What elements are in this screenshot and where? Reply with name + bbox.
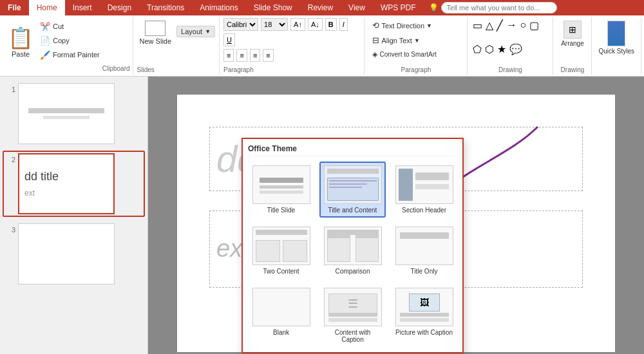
clipboard-group-label: Clipboard — [102, 64, 130, 72]
slide-number: 2 — [5, 156, 15, 163]
slide-thumbnail[interactable]: dd title ext — [18, 153, 115, 214]
popup-resize-handle[interactable] — [456, 346, 462, 352]
tab-file[interactable]: File — [0, 0, 29, 15]
tab-wpspdf[interactable]: WPS PDF — [373, 0, 424, 15]
font-selector[interactable]: Calibri — [223, 18, 258, 31]
layout-item-comparison[interactable]: Comparison — [319, 223, 386, 279]
copy-icon: 📄 — [40, 36, 50, 46]
format-painter-button[interactable]: 🖌️ Format Painter — [37, 48, 102, 62]
arrange-group-label: Drawing — [561, 65, 585, 73]
layout-item-title-only[interactable]: Title Only — [391, 223, 457, 279]
layout-popup-title: Office Theme — [248, 144, 457, 156]
smartart-icon: ◈ — [372, 50, 377, 59]
clipboard-group: 📋 Paste ✂️ Cut 📄 Copy 🖌️ Format Painter — [3, 17, 133, 75]
shape-callout[interactable]: 💬 — [508, 42, 524, 57]
italic-button[interactable]: I — [339, 18, 348, 31]
quick-styles-button[interactable]: Quick Styles — [596, 18, 637, 57]
tab-insert[interactable]: Insert — [65, 0, 100, 15]
layout-item-two-content[interactable]: Two Content — [248, 223, 314, 279]
shape-arrow[interactable]: → — [505, 18, 518, 32]
arrange-button[interactable]: ⊞ Arrange — [558, 18, 587, 50]
justify-button[interactable]: ≡ — [263, 49, 273, 62]
convert-smartart-row: ◈ Convert to SmartArt — [368, 48, 463, 61]
layout-name-title-content: Title and Content — [328, 207, 377, 214]
align-text-icon: ⊟ — [372, 35, 379, 45]
layout-item-picture-caption[interactable]: 🖼 Picture with Caption — [391, 284, 457, 347]
shape-triangle[interactable]: △ — [484, 18, 495, 33]
align-left-button[interactable]: ≡ — [223, 49, 234, 62]
layout-name-blank: Blank — [273, 329, 289, 336]
convert-smartart-button[interactable]: ◈ Convert to SmartArt — [368, 49, 440, 60]
layout-item-content-caption[interactable]: ☰ Content with Caption — [319, 284, 386, 347]
shape-line[interactable]: ╱ — [495, 18, 504, 33]
text-direction-group: ⟲ Text Direction ▼ ⊟ Align Text ▼ ◈ Conv… — [365, 17, 468, 75]
copy-button[interactable]: 📄 Copy — [37, 33, 102, 48]
slide-thumbnail[interactable] — [18, 223, 115, 284]
tab-home[interactable]: Home — [29, 0, 65, 15]
slide-number: 3 — [5, 226, 15, 234]
slide-item[interactable]: 2 dd title ext — [3, 151, 145, 217]
slides-group: New Slide Layout ▼ Slides — [133, 17, 220, 75]
cut-button[interactable]: ✂️ Cut — [37, 19, 102, 33]
tab-view[interactable]: View — [341, 0, 373, 15]
canvas-area: dd title ext Office Theme — [148, 77, 644, 354]
layout-dropdown-icon: ▼ — [205, 28, 211, 35]
align-text-dropdown-icon: ▼ — [414, 37, 420, 44]
layout-name-two-content: Two Content — [263, 268, 299, 275]
text-direction-button[interactable]: ⟲ Text Direction ▼ — [368, 19, 436, 32]
new-slide-icon — [145, 21, 166, 36]
new-slide-button[interactable]: New Slide — [137, 18, 175, 48]
align-text-button[interactable]: ⊟ Align Text ▼ — [368, 34, 423, 46]
layout-name-title-slide: Title Slide — [267, 207, 296, 214]
layout-thumb-comparison — [324, 227, 382, 265]
slide-thumbnail[interactable] — [18, 83, 115, 144]
text-group-label: Paragraph — [401, 65, 431, 73]
paste-button[interactable]: 📋 Paste — [5, 19, 36, 64]
search-input[interactable] — [441, 2, 557, 14]
clipboard-small-buttons: ✂️ Cut 📄 Copy 🖌️ Format Painter — [37, 19, 102, 62]
bold-button[interactable]: B — [325, 18, 337, 31]
layout-name-content-caption: Content with Caption — [323, 329, 382, 343]
ribbon-content: 📋 Paste ✂️ Cut 📄 Copy 🖌️ Format Painter — [0, 15, 644, 77]
text-direction-dropdown-icon: ▼ — [426, 23, 432, 29]
font-paragraph-group: Calibri 18 A↑ A↓ B I U ≡ ≡ ≡ ≡ Paragraph — [220, 17, 365, 75]
text-direction-icon: ⟲ — [372, 21, 379, 30]
layout-thumb-blank — [252, 288, 310, 326]
slide-panel: 1 2 dd title ext 3 — [0, 77, 148, 354]
main-area: 1 2 dd title ext 3 — [0, 77, 644, 354]
slide-item[interactable]: 1 — [3, 80, 145, 147]
shape-hexagon[interactable]: ⬡ — [484, 42, 495, 57]
tab-design[interactable]: Design — [100, 0, 139, 15]
shape-pentagon[interactable]: ⬠ — [471, 42, 483, 57]
font-size-selector[interactable]: 18 — [261, 18, 288, 31]
shape-star[interactable]: ★ — [496, 42, 507, 57]
tab-animations[interactable]: Animations — [192, 0, 245, 15]
underline-button[interactable]: U — [223, 33, 235, 46]
shape-rounded-rect[interactable]: ▢ — [528, 18, 540, 33]
tab-slideshow[interactable]: Slide Show — [246, 0, 300, 15]
shape-oval[interactable]: ○ — [518, 18, 527, 32]
decrease-font-button[interactable]: A↓ — [308, 18, 323, 31]
align-center-button[interactable]: ≡ — [236, 49, 247, 62]
layout-thumb-picture-caption: 🖼 — [395, 288, 453, 326]
layout-item-blank[interactable]: Blank — [248, 284, 314, 347]
layout-thumb-section-header — [395, 165, 453, 204]
increase-font-button[interactable]: A↑ — [290, 18, 305, 31]
tab-transitions[interactable]: Transitions — [139, 0, 192, 15]
tab-review[interactable]: Review — [300, 0, 341, 15]
cut-icon: ✂️ — [40, 22, 50, 32]
quick-styles-label: Quick Styles — [598, 48, 634, 55]
align-right-button[interactable]: ≡ — [250, 49, 260, 62]
layout-item-title-slide[interactable]: Title Slide — [248, 162, 314, 218]
layout-item-title-content[interactable]: Title and Content — [319, 162, 386, 218]
layout-name-section-header: Section Header — [402, 207, 446, 214]
align-text-label: Align Text — [381, 37, 412, 44]
format-painter-label: Format Painter — [53, 51, 100, 59]
layout-name-title-only: Title Only — [411, 268, 438, 275]
paragraph-group-label: Paragraph — [223, 65, 360, 73]
layout-item-section-header[interactable]: Section Header — [391, 162, 457, 218]
layout-button[interactable]: Layout ▼ — [176, 26, 215, 37]
slide-item[interactable]: 3 — [3, 221, 145, 287]
shape-rectangle[interactable]: ▭ — [471, 18, 484, 33]
text-direction-row: ⟲ Text Direction ▼ — [368, 18, 463, 33]
